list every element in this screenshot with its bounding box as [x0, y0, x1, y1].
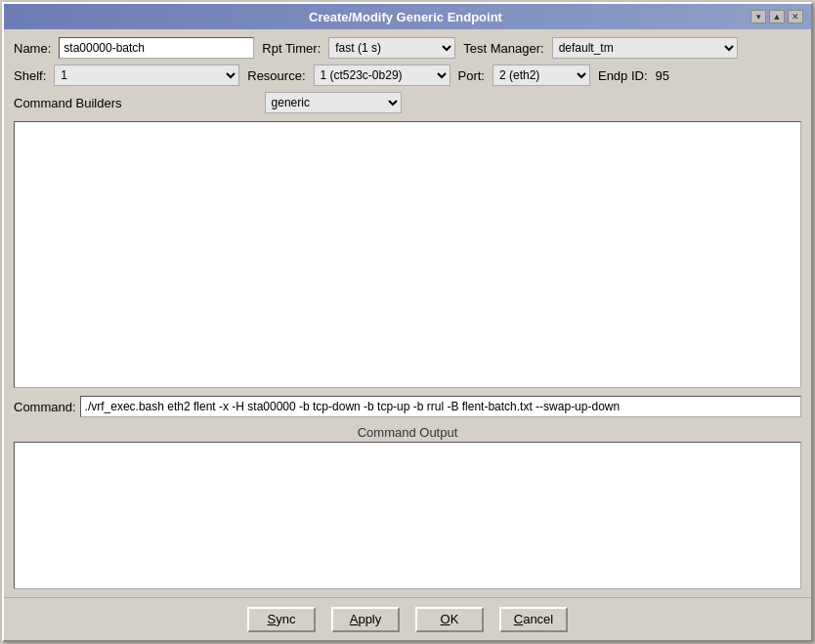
rpt-timer-select[interactable]: fast (1 s) [328, 37, 455, 59]
close-button[interactable]: ✕ [788, 10, 803, 23]
cancel-button[interactable]: Cancel [499, 607, 568, 632]
rpt-timer-label: Rpt Timer: [262, 41, 321, 56]
sync-button[interactable]: Sync [247, 607, 316, 632]
row-shelf: Shelf: 1 Resource: 1 (ct523c-0b29) Port:… [14, 64, 801, 86]
row-cmd-builders: Command Builders generic [14, 92, 801, 113]
name-input[interactable] [59, 37, 254, 59]
endp-id-label: Endp ID: [598, 68, 648, 83]
cmd-builders-select[interactable]: generic [265, 92, 402, 113]
port-label: Port: [458, 68, 485, 83]
content-area: Name: Rpt Timer: fast (1 s) Test Manager… [4, 29, 811, 597]
row-name: Name: Rpt Timer: fast (1 s) Test Manager… [14, 37, 801, 59]
main-window: Create/Modify Generic Endpoint ▾ ▲ ✕ Nam… [2, 2, 813, 642]
shelf-label: Shelf: [14, 68, 46, 83]
main-content-area [14, 121, 801, 388]
name-label: Name: [14, 41, 51, 56]
window-title: Create/Modify Generic Endpoint [61, 10, 751, 24]
apply-button[interactable]: Apply [331, 607, 400, 632]
output-area [14, 442, 801, 589]
port-select[interactable]: 2 (eth2) [493, 64, 590, 86]
title-bar: Create/Modify Generic Endpoint ▾ ▲ ✕ [4, 4, 811, 29]
ok-button[interactable]: OK [415, 607, 484, 632]
command-input[interactable] [80, 396, 801, 417]
title-bar-buttons: ▾ ▲ ✕ [751, 10, 803, 23]
minimize-button[interactable]: ▾ [751, 10, 766, 23]
resource-select[interactable]: 1 (ct523c-0b29) [314, 64, 450, 86]
cmd-builders-label: Command Builders [14, 96, 122, 110]
shelf-select[interactable]: 1 [54, 64, 239, 86]
output-label: Command Output [14, 423, 801, 442]
endp-id-value: 95 [656, 68, 669, 83]
resource-label: Resource: [247, 68, 305, 83]
test-manager-select[interactable]: default_tm [552, 37, 738, 59]
output-section: Command Output [14, 423, 801, 589]
test-manager-label: Test Manager: [463, 41, 543, 56]
maximize-button[interactable]: ▲ [769, 10, 785, 23]
command-row: Command: [14, 396, 801, 417]
command-label: Command: [14, 400, 76, 414]
footer: Sync Apply OK Cancel [4, 597, 811, 640]
